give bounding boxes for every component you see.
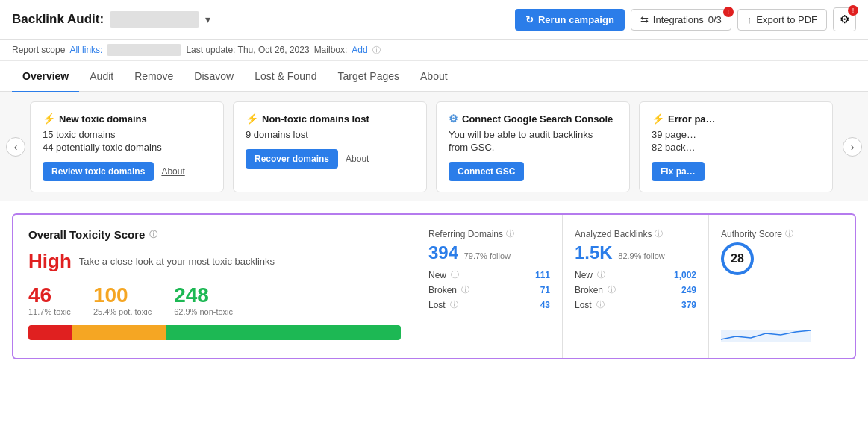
- bar-green: [166, 325, 401, 340]
- card-1-about-button[interactable]: About: [161, 166, 184, 177]
- tab-remove[interactable]: Remove: [124, 61, 184, 92]
- card-1-stat-1: 15 toxic domains: [43, 129, 211, 140]
- header: Backlink Audit: ▾ ↻ Rerun campaign ⇆ Int…: [0, 0, 868, 40]
- domain-label: [110, 11, 199, 28]
- card-title-1: ⚡ New toxic domains: [43, 113, 211, 125]
- toxic-val: 46: [28, 283, 71, 307]
- card-3-title-text: Connect Google Search Console: [462, 113, 613, 125]
- toxicity-bar: [28, 325, 401, 340]
- toxic-label: 11.7% toxic: [28, 307, 71, 316]
- card-non-toxic-lost: ⚡ Non-toxic domains lost 9 domains lost …: [233, 101, 427, 192]
- app-container: Backlink Audit: ▾ ↻ Rerun campaign ⇆ Int…: [0, 0, 868, 434]
- card-2-title-text: Non-toxic domains lost: [262, 113, 369, 125]
- referring-lost-info: ⓘ: [450, 299, 458, 310]
- integrations-icon: ⇆: [640, 14, 649, 25]
- referring-new-label: New: [428, 270, 446, 280]
- backlinks-new-val: 1,002: [674, 270, 696, 280]
- analyzed-backlinks-main: 1.5K 82.9% follow: [575, 242, 696, 263]
- analyzed-backlinks-label: Analyzed Backlinks: [575, 229, 652, 239]
- non-toxic-val: 248: [174, 283, 233, 307]
- toxicity-section: Overall Toxicity Score ⓘ High Take a clo…: [12, 213, 856, 359]
- analyzed-backlinks-sub: 82.9% follow: [618, 251, 664, 260]
- toxicity-level: High: [28, 250, 72, 273]
- referring-broken-label: Broken: [428, 285, 457, 295]
- recover-domains-button[interactable]: Recover domains: [246, 149, 338, 169]
- authority-score-info-icon: ⓘ: [785, 228, 793, 239]
- pot-toxic-count: 100 25.4% pot. toxic: [93, 283, 152, 316]
- referring-domains-label: Referring Domains: [428, 229, 503, 239]
- referring-domains-value: 394: [428, 242, 458, 262]
- referring-domains-info-icon: ⓘ: [506, 228, 514, 239]
- integrations-button[interactable]: ⇆ Integrations 0/3 !: [631, 9, 731, 31]
- card-2-about-button[interactable]: About: [346, 154, 369, 164]
- review-toxic-domains-button[interactable]: Review toxic domains: [43, 162, 154, 181]
- authority-sparkline: [721, 318, 811, 342]
- backlinks-lost-info: ⓘ: [596, 299, 605, 310]
- tab-overview[interactable]: Overview: [12, 61, 79, 92]
- connect-gsc-button[interactable]: Connect GSC: [449, 162, 524, 181]
- authority-score-value: 28: [731, 252, 744, 265]
- card-new-toxic-domains: ⚡ New toxic domains 15 toxic domains 44 …: [30, 101, 224, 192]
- card-connect-gsc: ⚙ Connect Google Search Console You will…: [436, 101, 630, 192]
- referring-domains-rows: New ⓘ 111 Broken ⓘ 71 Lost ⓘ 43: [428, 269, 550, 310]
- settings-badge: !: [848, 5, 858, 16]
- fix-pages-button[interactable]: Fix pa…: [652, 162, 705, 181]
- toxicity-title: Overall Toxicity Score ⓘ: [28, 228, 401, 241]
- referring-new-row: New ⓘ 111: [428, 269, 550, 280]
- toxic-count: 46 11.7% toxic: [28, 283, 71, 316]
- analyzed-backlinks-title: Analyzed Backlinks ⓘ: [575, 228, 696, 239]
- referring-domains-col: Referring Domains ⓘ 394 79.7% follow New…: [416, 215, 563, 358]
- authority-sparkline-container: [721, 318, 843, 345]
- cards-nav-left-button[interactable]: ‹: [6, 137, 25, 157]
- export-label: Export to PDF: [756, 14, 817, 25]
- card-title-3: ⚙ Connect Google Search Console: [449, 113, 617, 125]
- cards-section: ‹ ⚡ New toxic domains 15 toxic domains 4…: [0, 92, 868, 201]
- authority-score-label: Authority Score: [721, 229, 782, 239]
- chevron-down-icon[interactable]: ▾: [205, 13, 210, 25]
- settings-icon: ⚙: [840, 13, 849, 26]
- cards-nav-right-button[interactable]: ›: [843, 137, 862, 157]
- add-mailbox-link[interactable]: Add: [352, 45, 367, 55]
- non-toxic-label: 62.9% non-toxic: [174, 307, 233, 316]
- toxicity-level-row: High Take a close look at your most toxi…: [28, 250, 401, 273]
- analyzed-backlinks-info-icon: ⓘ: [655, 228, 663, 239]
- card-1-actions: Review toxic domains About: [43, 162, 211, 181]
- tab-audit[interactable]: Audit: [79, 61, 124, 92]
- toxicity-description: Take a close look at your most toxic bac…: [79, 256, 275, 267]
- referring-domains-title: Referring Domains ⓘ: [428, 228, 550, 239]
- tab-target-pages[interactable]: Target Pages: [328, 61, 410, 92]
- analyzed-backlinks-col: Analyzed Backlinks ⓘ 1.5K 82.9% follow N…: [563, 215, 709, 358]
- referring-broken-val: 71: [540, 285, 550, 295]
- mailbox-label: Mailbox:: [314, 45, 348, 55]
- bolt-icon-2: ⚡: [246, 113, 258, 125]
- pot-toxic-val: 100: [93, 283, 152, 307]
- backlinks-new-row: New ⓘ 1,002: [575, 269, 696, 280]
- card-3-stat-1: You will be able to audit backlinks: [449, 129, 617, 140]
- referring-broken-info: ⓘ: [461, 284, 469, 295]
- header-left: Backlink Audit: ▾: [12, 11, 210, 28]
- settings-button[interactable]: ⚙ !: [833, 7, 856, 31]
- referring-domains-sub: 79.7% follow: [464, 251, 511, 260]
- tab-disavow[interactable]: Disavow: [184, 61, 244, 92]
- tab-lost-found[interactable]: Lost & Found: [244, 61, 327, 92]
- referring-lost-row: Lost ⓘ 43: [428, 299, 550, 310]
- backlinks-broken-val: 249: [681, 285, 696, 295]
- all-links-link[interactable]: All links:: [69, 45, 102, 55]
- report-scope-label: Report scope: [12, 45, 65, 55]
- backlinks-lost-row: Lost ⓘ 379: [575, 299, 696, 310]
- backlinks-lost-val: 379: [681, 300, 696, 310]
- export-pdf-button[interactable]: ↑ Export to PDF: [737, 9, 827, 31]
- tab-about[interactable]: About: [410, 61, 458, 92]
- export-icon: ↑: [747, 14, 752, 25]
- toxicity-title-text: Overall Toxicity Score: [28, 228, 145, 241]
- rerun-icon: ↻: [525, 14, 534, 25]
- toxicity-numbers: 46 11.7% toxic 100 25.4% pot. toxic 248 …: [28, 283, 401, 316]
- mailbox-info-icon: ⓘ: [372, 45, 381, 56]
- last-update-text: Last update: Thu, Oct 26, 2023: [186, 45, 309, 55]
- rerun-campaign-button[interactable]: ↻ Rerun campaign: [515, 9, 625, 31]
- rerun-label: Rerun campaign: [538, 14, 614, 25]
- backlinks-broken-label: Broken: [575, 285, 603, 295]
- referring-new-info: ⓘ: [451, 269, 459, 280]
- analyzed-backlinks-rows: New ⓘ 1,002 Broken ⓘ 249 Lost ⓘ 379: [575, 269, 696, 310]
- gear-icon-1: ⚙: [449, 113, 458, 125]
